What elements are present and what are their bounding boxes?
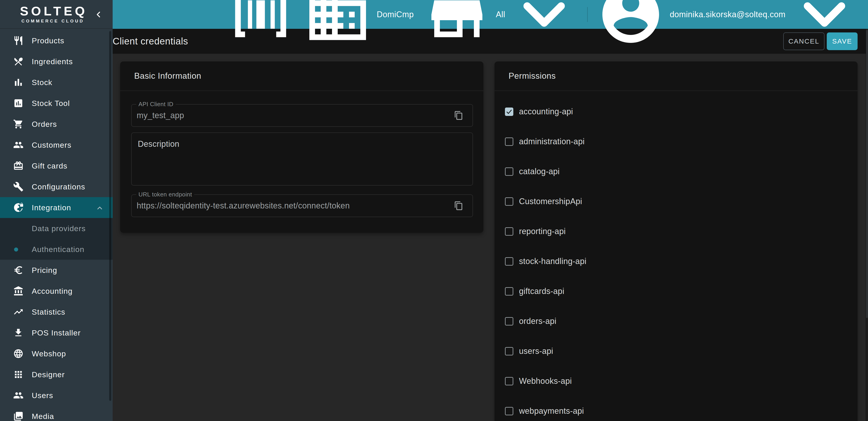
sidebar-item-ingredients[interactable]: Ingredients [0,51,113,72]
checkbox-unchecked[interactable] [505,197,513,206]
sidebar-item-label: Webshop [32,349,66,358]
download-icon [13,328,24,338]
sidebar-item-customers[interactable]: Customers [0,135,113,156]
sidebar-item-integration[interactable]: Integration [0,197,113,218]
sidebar-item-users[interactable]: Users [0,385,113,406]
checkbox-unchecked[interactable] [505,317,513,326]
permission-row: CustomershipApi [495,187,858,216]
sidebar-collapse-button[interactable] [94,10,103,19]
copy-icon [454,111,463,120]
permissions-card: Permissions accounting-apiadministration… [495,61,858,421]
sidebar-item-accounting[interactable]: Accounting [0,281,113,302]
api-client-id-value: my_test_app [137,105,184,127]
permission-row: reporting-api [495,216,858,246]
api-client-id-field: API Client ID my_test_app [131,104,473,127]
app-screen: SOLTEQ COMMERCE CLOUD ProductsIngredient… [0,0,868,421]
sidebar-item-label: Ingredients [32,57,73,66]
sidebar-subitem-data-providers[interactable]: Data providers [0,218,113,239]
sidebar-item-label: Customers [32,141,71,149]
sidebar-item-configurations[interactable]: Configurations [0,176,113,197]
sidebar-subitem-authentication[interactable]: Authentication [0,239,113,260]
euro-icon [13,265,24,275]
sidebar-item-designer[interactable]: Designer [0,364,113,385]
copy-url-token-button[interactable] [454,201,463,210]
brand-subtitle: COMMERCE CLOUD [20,19,86,24]
shop-scope-value: All [496,10,505,19]
grid-icon [13,369,24,380]
restaurant-icon [13,35,24,46]
sidebar-item-label: Pricing [32,266,57,275]
permission-label: users-api [519,346,553,356]
checkbox-unchecked[interactable] [505,287,513,296]
building-icon [304,0,372,49]
checkbox-unchecked[interactable] [505,257,513,265]
shop-selector[interactable]: All [423,0,578,49]
url-token-endpoint-value: https://solteqidentity-test.azurewebsite… [137,195,350,217]
sidebar-item-gift-cards[interactable]: Gift cards [0,156,113,176]
checkbox-unchecked[interactable] [505,407,513,415]
sidebar-item-label: Orders [32,120,57,129]
sidebar-subitem-label: Data providers [32,224,86,233]
storefront-icon [423,0,491,49]
chevron-down-icon [790,0,859,49]
permissions-list: accounting-apiadministration-apicatalog-… [495,96,858,421]
chevron-down-icon [510,0,578,49]
people-icon [13,140,24,150]
copy-api-client-id-button[interactable] [454,111,463,120]
permission-row: catalog-api [495,157,858,187]
company-name: DomiCmp [377,10,414,19]
shopping-cart-icon [13,119,24,129]
checkbox-unchecked[interactable] [505,167,513,176]
sidebar-item-label: Stock Tool [32,99,70,108]
permission-row: stock-handling-api [495,246,858,276]
sidebar-item-media[interactable]: Media [0,406,113,421]
sidebar-item-label: Media [32,412,54,421]
permission-label: giftcards-api [519,286,564,296]
user-menu[interactable]: dominika.sikorska@solteq.com [597,0,859,49]
company-selector[interactable]: DomiCmp [304,0,414,49]
active-item-dot [14,248,18,252]
main-content: Basic Information API Client ID my_test_… [113,54,868,421]
sidebar-item-label: Statistics [32,308,65,316]
permission-label: stock-handling-api [519,256,587,266]
chart-box-icon [13,98,24,108]
sidebar-item-label: Accounting [32,287,72,296]
sidebar-item-products[interactable]: Products [0,30,113,51]
checkbox-unchecked[interactable] [505,347,513,356]
page-scrollbar-thumb[interactable] [866,30,868,318]
sidebar-item-label: Gift cards [32,162,67,170]
bar-chart-icon [13,77,24,88]
sidebar-item-label: Stock [32,78,52,87]
user-email: dominika.sikorska@solteq.com [670,10,785,19]
description-field[interactable]: Description [131,133,473,186]
sidebar-menu: ProductsIngredientsStockStock ToolOrders… [0,29,113,421]
sidebar-item-statistics[interactable]: Statistics [0,302,113,322]
url-token-endpoint-field: URL token endpoint https://solteqidentit… [131,194,473,217]
checkbox-unchecked[interactable] [505,377,513,385]
basic-information-title: Basic Information [120,61,484,91]
sidebar-item-stock-tool[interactable]: Stock Tool [0,93,113,114]
description-placeholder: Description [138,139,179,149]
sidebar-item-pos-installer[interactable]: POS Installer [0,322,113,343]
sidebar-item-stock[interactable]: Stock [0,72,113,93]
copy-icon [454,201,463,210]
basic-information-card: Basic Information API Client ID my_test_… [120,61,484,233]
sidebar-item-label: Users [32,391,53,400]
sidebar-item-orders[interactable]: Orders [0,114,113,135]
scanner-group[interactable] [227,0,294,49]
checkbox-unchecked[interactable] [505,137,513,146]
sidebar-scrollbar[interactable] [109,31,111,401]
sidebar-item-label: Configurations [32,183,85,191]
restaurant-menu-icon [13,56,24,67]
permission-row: accounting-api [495,96,858,127]
wrench-icon [13,181,24,192]
people-icon [13,390,24,400]
bank-icon [13,286,24,296]
sidebar: SOLTEQ COMMERCE CLOUD ProductsIngredient… [0,0,113,421]
checkbox-unchecked[interactable] [505,227,513,236]
sidebar-item-pricing[interactable]: Pricing [0,260,113,281]
barcode-scanner-icon[interactable] [227,0,294,49]
top-header: DomiCmp All dominika.sikorska@solteq.com [113,0,868,29]
sidebar-item-webshop[interactable]: Webshop [0,343,113,364]
checkbox-checked[interactable] [505,108,513,116]
